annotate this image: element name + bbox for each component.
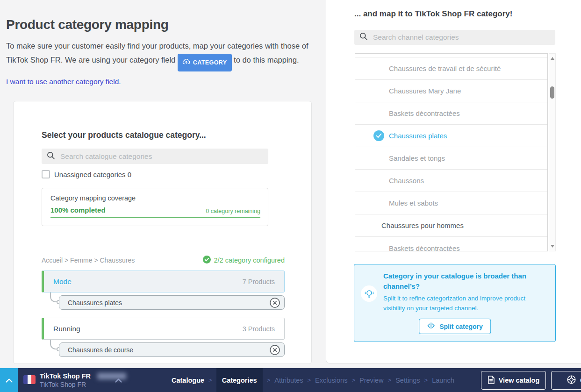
- channel-category-label: Chaussures Mary Jane: [389, 87, 461, 95]
- unassigned-categories-row: Unassigned categories 0: [42, 170, 131, 178]
- channel-category-row[interactable]: Baskets décontractées: [355, 237, 547, 251]
- help-lifebuoy-icon: [567, 375, 576, 385]
- channel-category-row[interactable]: Sandales et tongs: [355, 147, 547, 170]
- coverage-remaining: 0 category remaining: [206, 208, 260, 214]
- channel-category-row[interactable]: Mules et sabots: [355, 192, 547, 214]
- channel-category-row[interactable]: Baskets décontractées: [355, 102, 547, 125]
- step-separator: >: [424, 377, 428, 384]
- intro-after: to do this mapping.: [234, 56, 299, 64]
- group-product-count: 3 Products: [243, 325, 275, 333]
- search-icon: [47, 151, 55, 162]
- catalogue-group-running[interactable]: Running 3 Products: [42, 318, 285, 340]
- upload-cloud-icon: [182, 56, 190, 70]
- catalogue-search[interactable]: [42, 149, 268, 164]
- view-catalog-label: View catalog: [499, 377, 540, 384]
- check-circle-icon: [203, 256, 211, 265]
- chevron-up-icon: [6, 376, 13, 385]
- step-preview[interactable]: Preview: [359, 377, 384, 384]
- step-exclusions[interactable]: Exclusions: [315, 377, 347, 384]
- mapped-category-chip: Chaussures de course: [59, 342, 285, 357]
- channel-category-label: Chaussons: [389, 177, 424, 185]
- lightbulb-icon: [361, 285, 377, 302]
- configured-badge: 2/2 category configured: [203, 256, 285, 265]
- split-category-tip: Category in your catalogue is broader th…: [354, 264, 556, 342]
- remove-mapping-button[interactable]: [270, 298, 280, 308]
- left-panel-heading: Select your products catalogue category.…: [42, 130, 206, 140]
- catalogue-category-panel: Select your products catalogue category.…: [13, 101, 312, 364]
- mapped-category-label: Chaussures plates: [68, 299, 122, 306]
- mapped-category-chip: Chaussures plates: [59, 295, 285, 310]
- category-field-badge: CATEGORY: [178, 54, 232, 71]
- channel-category-label: Chaussures plates: [389, 132, 447, 140]
- channel-category-label: Sandales et tongs: [389, 154, 445, 162]
- product-category-mapping-page: Product category mapping To make sure yo…: [0, 0, 581, 392]
- split-icon: [427, 322, 435, 330]
- step-launch[interactable]: Launch: [432, 377, 454, 384]
- channel-category-list: Chaussures de travail et de sécurité Cha…: [355, 53, 548, 251]
- coverage-card: Category mapping coverage 100% completed…: [42, 188, 268, 226]
- channel-list-scrollbar[interactable]: [549, 53, 556, 251]
- group-product-count: 7 Products: [243, 278, 275, 285]
- unassigned-label: Unassigned categories 0: [54, 171, 131, 178]
- channel-category-label: Mules et sabots: [389, 199, 438, 207]
- channel-subtitle: TikTok Shop FR: [40, 380, 126, 389]
- bottom-progress-bar: TikTok Shop FR TikTok Shop FR Catalogue …: [0, 368, 581, 392]
- split-category-button[interactable]: Split category: [419, 319, 491, 334]
- channel-category-label: Chaussures de travail et de sécurité: [389, 64, 501, 72]
- group-name: Mode: [53, 278, 72, 286]
- scrollbar-thumb[interactable]: [550, 86, 554, 99]
- coverage-completed: 100% completed: [50, 206, 106, 214]
- catalogue-search-input[interactable]: [59, 152, 263, 161]
- channel-category-row[interactable]: Chaussons: [355, 170, 547, 192]
- channel-search-input[interactable]: [372, 33, 550, 42]
- page-title: Product category mapping: [6, 17, 169, 32]
- coverage-title: Category mapping coverage: [50, 194, 136, 202]
- channel-category-label: Chaussures pour hommes: [381, 221, 464, 229]
- configured-label: 2/2 category configured: [214, 257, 285, 264]
- channel-name: TikTok Shop FR: [40, 372, 91, 380]
- channel-category-panel: ... and map it to TikTok Shop FR categor…: [326, 0, 581, 363]
- channel-category-label: Baskets décontractées: [389, 244, 460, 252]
- collapse-bar-button[interactable]: [0, 368, 18, 392]
- intro-text: To make sure your customer easily find y…: [6, 39, 315, 71]
- step-categories-active[interactable]: Categories: [216, 368, 263, 392]
- channel-category-row[interactable]: Chaussures de travail et de sécurité: [355, 57, 547, 80]
- step-separator: >: [208, 377, 212, 384]
- coverage-progress-bar: [50, 217, 260, 218]
- catalogue-group-mode[interactable]: Mode 7 Products: [42, 271, 285, 292]
- view-catalog-button[interactable]: View catalog: [481, 371, 546, 390]
- step-settings[interactable]: Settings: [395, 377, 420, 384]
- group-name: Running: [53, 325, 80, 333]
- setup-steps: Catalogue > Categories > Attributes > Ex…: [172, 368, 454, 392]
- channel-category-label: Baskets décontractées: [389, 109, 460, 117]
- step-label: Categories: [222, 377, 257, 384]
- france-flag-icon: [23, 375, 36, 384]
- category-path-row: Accueil > Femme > Chaussures 2/2 categor…: [42, 256, 285, 265]
- right-panel-heading: ... and map it to TikTok Shop FR categor…: [354, 9, 512, 19]
- channel-identity: TikTok Shop FR TikTok Shop FR: [40, 372, 126, 389]
- tip-body: Split it to refine categorization and im…: [383, 293, 542, 313]
- category-badge-label: CATEGORY: [193, 56, 227, 70]
- scroll-up-arrow-icon[interactable]: [551, 57, 554, 60]
- step-attributes[interactable]: Attributes: [274, 377, 303, 384]
- unassigned-checkbox[interactable]: [42, 170, 50, 178]
- step-separator: >: [351, 377, 355, 384]
- split-button-label: Split category: [439, 323, 483, 330]
- channel-search[interactable]: [354, 30, 555, 45]
- step-catalogue[interactable]: Catalogue: [172, 377, 204, 384]
- step-separator: >: [267, 377, 271, 384]
- mapped-category-label: Chaussures de course: [68, 346, 133, 354]
- channel-category-row-parent[interactable]: Chaussures pour hommes: [355, 214, 547, 237]
- search-icon: [359, 32, 368, 43]
- scroll-down-arrow-icon[interactable]: [551, 245, 554, 248]
- channel-category-row[interactable]: Chaussures Mary Jane: [355, 80, 547, 102]
- document-icon: [488, 376, 495, 385]
- get-help-button[interactable]: Get: [551, 371, 581, 390]
- selected-check-icon: [373, 130, 384, 141]
- remove-mapping-button[interactable]: [270, 345, 280, 355]
- category-breadcrumb: Accueil > Femme > Chaussures: [42, 257, 135, 264]
- tip-title: Category in your catalogue is broader th…: [383, 271, 538, 292]
- channel-switcher-chevron-up-icon[interactable]: [115, 376, 122, 385]
- channel-category-row-selected[interactable]: Chaussures plates: [355, 125, 547, 147]
- use-another-category-field-link[interactable]: I want to use another category field.: [6, 78, 121, 86]
